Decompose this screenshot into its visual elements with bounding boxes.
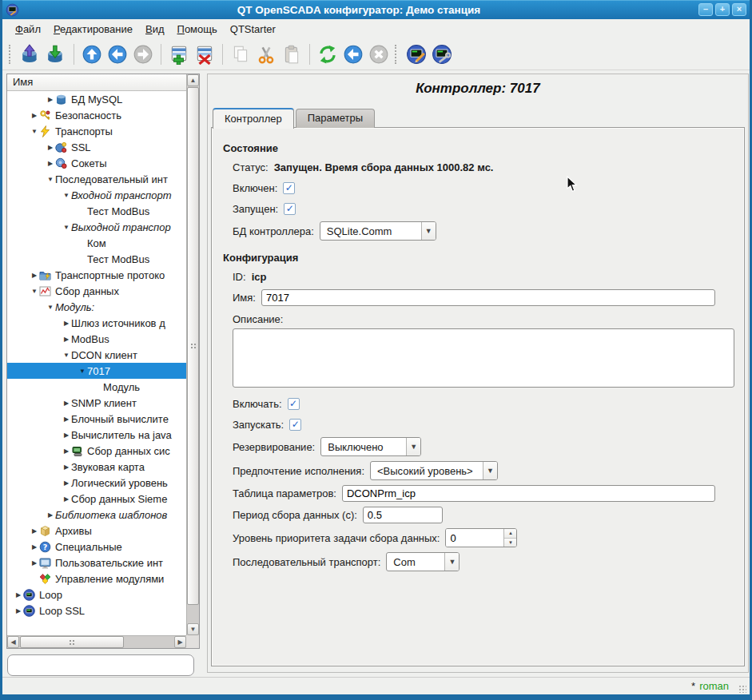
tree-item[interactable]: ▼Сбор данных — [7, 283, 186, 299]
add-item-button[interactable] — [166, 42, 192, 67]
tree-item[interactable]: ▶БД MySQL — [7, 91, 186, 107]
collapse-icon[interactable]: ▼ — [78, 368, 87, 375]
start-update-button[interactable] — [340, 42, 366, 67]
menu-item[interactable]: Помощь — [171, 21, 224, 38]
expand-icon[interactable]: ▶ — [62, 447, 71, 455]
tree-item[interactable]: ▶Loop SSL — [7, 603, 186, 618]
expand-icon[interactable]: ▶ — [30, 559, 39, 567]
priority-spinbox[interactable]: ▲ ▼ — [445, 528, 517, 547]
expand-icon[interactable]: ▶ — [62, 336, 71, 343]
tree-item[interactable]: ▶Сокеты — [7, 155, 186, 171]
expand-icon[interactable]: ▶ — [30, 272, 39, 279]
tree-item[interactable]: ▶SSL — [7, 139, 186, 155]
close-button[interactable]: × — [732, 3, 746, 16]
menu-item[interactable]: Редактирование — [47, 21, 139, 38]
tree-item[interactable]: ▶Логический уровень — [7, 475, 186, 491]
collapse-icon[interactable]: ▼ — [62, 192, 71, 199]
tree-item[interactable]: ▶Библиотека шаблонов — [7, 507, 186, 523]
priority-input[interactable] — [446, 529, 503, 547]
tree-item[interactable]: Ком — [7, 235, 186, 251]
spin-up-icon[interactable]: ▲ — [504, 529, 516, 539]
to-enable-checkbox[interactable]: ✓ — [288, 398, 300, 410]
expand-icon[interactable]: ▶ — [62, 479, 71, 487]
expand-icon[interactable]: ▶ — [62, 432, 71, 439]
collapse-icon[interactable]: ▼ — [46, 176, 55, 183]
scroll-up-icon[interactable]: ▲ — [187, 74, 199, 86]
collapse-icon[interactable]: ▼ — [30, 288, 39, 295]
vertical-scroll-thumb[interactable] — [187, 87, 199, 605]
redundancy-select[interactable]: Выключено ▼ — [320, 437, 421, 456]
tree-item[interactable]: ▶Безопасность — [7, 107, 186, 123]
maximize-button[interactable]: + — [715, 3, 730, 16]
collapse-icon[interactable]: ▼ — [30, 128, 39, 135]
cut-item-button[interactable] — [253, 42, 279, 67]
expand-icon[interactable]: ▶ — [62, 416, 71, 423]
to-start-checkbox[interactable]: ✓ — [289, 419, 301, 431]
expand-icon[interactable]: ▶ — [62, 320, 71, 327]
running-checkbox[interactable]: ✓ — [284, 203, 296, 215]
minimize-button[interactable]: – — [698, 3, 713, 16]
tree-item[interactable]: ▶ModBus — [7, 331, 186, 347]
menu-item[interactable]: QTStarter — [224, 21, 282, 38]
tree-item[interactable]: Тест ModBus — [7, 203, 186, 219]
expand-icon[interactable]: ▶ — [46, 160, 55, 167]
enabled-checkbox[interactable]: ✓ — [283, 182, 295, 194]
prm-table-input[interactable] — [342, 485, 715, 502]
expand-icon[interactable]: ▶ — [46, 144, 55, 151]
scroll-left-icon[interactable]: ◀ — [7, 636, 19, 648]
toolbar-handle[interactable] — [9, 45, 14, 64]
prefer-run-select[interactable]: <Высокий уровень> ▼ — [370, 461, 498, 480]
expand-icon[interactable]: ▶ — [14, 591, 23, 599]
spin-down-icon[interactable]: ▼ — [504, 539, 516, 547]
tree-item[interactable]: ▼Транспорты — [7, 123, 186, 139]
controller-db-select[interactable]: SQLite.Comm ▼ — [320, 221, 436, 241]
delete-item-button[interactable] — [192, 42, 217, 67]
qtstarter-vision-button[interactable] — [404, 42, 429, 67]
tree-item[interactable]: ▼Выходной транспор — [7, 219, 186, 235]
expand-icon[interactable]: ▶ — [46, 96, 55, 103]
period-input[interactable] — [363, 507, 443, 523]
scroll-right-icon[interactable]: ▶ — [174, 636, 186, 648]
tree-item[interactable]: ▼DCON клиент — [7, 347, 186, 363]
tab-controller[interactable]: Контроллер — [213, 108, 294, 129]
refresh-button[interactable] — [315, 42, 340, 67]
expand-icon[interactable]: ▶ — [62, 463, 71, 471]
collapse-icon[interactable]: ▼ — [62, 352, 71, 359]
horizontal-scroll-thumb[interactable] — [20, 636, 124, 648]
expand-icon[interactable]: ▶ — [30, 543, 39, 551]
tree-item[interactable]: ▼Последовательный инт — [7, 171, 186, 187]
tree-item[interactable]: ▶Архивы — [7, 523, 186, 539]
tree-item[interactable]: ▶?Специальные — [7, 539, 186, 555]
save-to-db-button[interactable] — [43, 42, 69, 67]
tree-item[interactable]: ▶Транспортные протоко — [7, 267, 186, 283]
tree-item[interactable]: ▶Loop — [7, 587, 186, 603]
load-from-db-button[interactable] — [18, 42, 43, 67]
tree-vertical-scrollbar[interactable]: ▲ ▼ — [186, 74, 199, 635]
expand-icon[interactable]: ▶ — [62, 400, 71, 407]
tree-filter-input[interactable] — [7, 654, 194, 676]
collapse-icon[interactable]: ▼ — [46, 304, 55, 311]
qtstarter-config-button[interactable] — [429, 42, 455, 67]
tree-item[interactable]: Тест ModBus — [7, 251, 186, 267]
tree-item[interactable]: ▶Шлюз источников д — [7, 315, 186, 331]
tree-item[interactable]: ▼Входной транспорт — [7, 187, 186, 203]
name-input[interactable] — [261, 289, 715, 306]
scroll-down-icon[interactable]: ▼ — [187, 623, 199, 635]
tree-item[interactable]: Модуль — [7, 379, 186, 395]
expand-icon[interactable]: ▶ — [46, 511, 55, 519]
tree-horizontal-scrollbar[interactable]: ◀ ▶ — [7, 635, 186, 648]
titlebar[interactable]: QT OpenSCADA конфигуратор: Демо станция … — [0, 0, 752, 19]
resize-grip[interactable] — [738, 685, 746, 693]
nav-back-button[interactable] — [105, 42, 130, 67]
serial-transport-select[interactable]: Com ▼ — [386, 552, 460, 571]
tree-item[interactable]: ▶Сбор данных сис — [7, 443, 186, 459]
menu-item[interactable]: Вид — [139, 21, 171, 38]
description-textarea[interactable] — [233, 328, 734, 388]
expand-icon[interactable]: ▶ — [14, 607, 23, 614]
tree-item[interactable]: Управление модулями — [7, 571, 186, 587]
menu-item[interactable]: Файл — [9, 21, 47, 38]
tab-parameters[interactable]: Параметры — [296, 109, 375, 128]
tree-item[interactable]: ▶Пользовательские инт — [7, 555, 186, 571]
tree-item[interactable]: ▶Сбор данных Sieme — [7, 491, 186, 507]
nav-up-button[interactable] — [79, 42, 105, 67]
